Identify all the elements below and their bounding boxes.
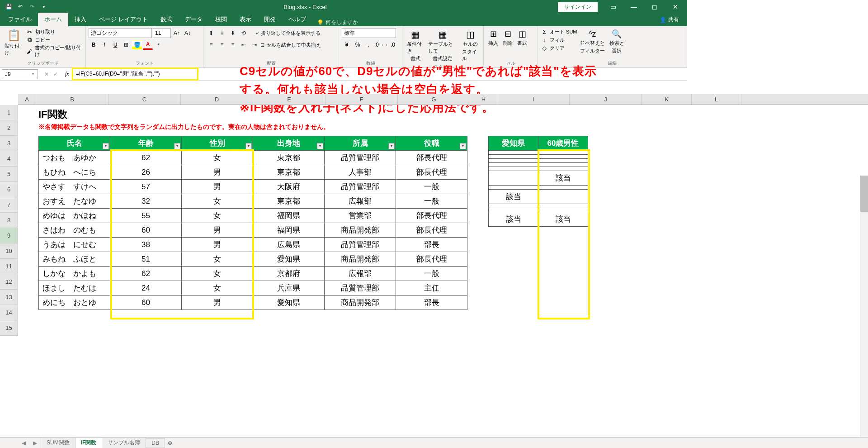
- tell-me-search[interactable]: 💡 何をしますか: [312, 19, 363, 26]
- cell-name[interactable]: めゆは かほね: [39, 209, 110, 223]
- cell-pref[interactable]: 愛知県: [253, 252, 325, 267]
- cell-age[interactable]: 57: [110, 180, 182, 194]
- cell-age[interactable]: 55: [110, 209, 182, 223]
- cell-name[interactable]: やさす すけへ: [39, 180, 110, 194]
- number-format-select[interactable]: [342, 28, 396, 38]
- row-header-4[interactable]: 4: [0, 151, 18, 167]
- cell-pos[interactable]: 主任: [396, 281, 467, 295]
- decrease-font-icon[interactable]: A↓: [183, 28, 193, 38]
- cell-age[interactable]: 60: [110, 295, 182, 310]
- row-header-8[interactable]: 8: [0, 213, 18, 228]
- cell-pos[interactable]: 部長: [396, 295, 467, 310]
- cell-sex[interactable]: 男: [182, 223, 253, 238]
- row-header-6[interactable]: 6: [0, 182, 18, 197]
- tab-view[interactable]: 表示: [233, 13, 258, 26]
- cell-sex[interactable]: 男: [182, 180, 253, 194]
- cell-pref[interactable]: 福岡県: [253, 209, 325, 223]
- cell-m60[interactable]: 該当: [538, 212, 588, 227]
- tab-data[interactable]: データ: [179, 13, 209, 26]
- cell-style-button[interactable]: ◫セルのスタイル: [460, 28, 481, 63]
- cell-pos[interactable]: 部長代理: [396, 252, 467, 267]
- col-header-I[interactable]: I: [497, 94, 570, 105]
- cell-pref[interactable]: 広島県: [253, 238, 325, 252]
- cell-pos[interactable]: 部長代理: [396, 151, 467, 165]
- ruby-button[interactable]: ᶻ: [154, 40, 164, 50]
- cell-sex[interactable]: 男: [182, 165, 253, 180]
- cell-name[interactable]: おすえ たなゆ: [39, 194, 110, 209]
- signin-button[interactable]: サインイン: [558, 2, 598, 12]
- row-header-10[interactable]: 10: [0, 243, 18, 259]
- cell-aichi[interactable]: [489, 204, 538, 208]
- cell-age[interactable]: 62: [110, 267, 182, 281]
- fill-color-button[interactable]: 🪣: [132, 40, 142, 50]
- row-header-15[interactable]: 15: [0, 320, 18, 336]
- cell-pos[interactable]: 部長代理: [396, 165, 467, 180]
- row-header-3[interactable]: 3: [0, 136, 18, 151]
- filter-icon[interactable]: ▼: [388, 143, 395, 149]
- cell-pos[interactable]: 部長代理: [396, 209, 467, 223]
- cell-pref[interactable]: 兵庫県: [253, 281, 325, 295]
- wrap-text-button[interactable]: ⤶折り返して全体を表示する: [255, 28, 321, 38]
- inc-decimal-icon[interactable]: .0→: [374, 40, 384, 50]
- filter-icon[interactable]: ▼: [317, 143, 323, 149]
- cell-age[interactable]: 26: [110, 165, 182, 180]
- indent-dec-icon[interactable]: ⇤: [239, 40, 249, 50]
- name-box[interactable]: J9▼: [2, 69, 38, 79]
- cell-dept[interactable]: 人事部: [325, 165, 396, 180]
- cell-dept[interactable]: 商品開発部: [325, 295, 396, 310]
- sheet-nav-next-icon[interactable]: ▶: [29, 440, 41, 446]
- tab-insert[interactable]: 挿入: [68, 13, 93, 26]
- cell-dept[interactable]: 品質管理部: [325, 180, 396, 194]
- currency-icon[interactable]: ¥: [342, 40, 352, 50]
- qat-dropdown-icon[interactable]: ▼: [39, 2, 49, 12]
- cell-m60[interactable]: [538, 190, 588, 204]
- redo-icon[interactable]: ↷: [27, 2, 37, 12]
- cell-aichi[interactable]: [489, 167, 538, 171]
- tab-formulas[interactable]: 数式: [154, 13, 179, 26]
- font-color-button[interactable]: A: [143, 40, 153, 50]
- filter-icon[interactable]: ▼: [460, 143, 466, 149]
- cell-aichi[interactable]: [489, 208, 538, 212]
- cell-name[interactable]: ほまし たむは: [39, 281, 110, 295]
- formula-input[interactable]: =IF(C9=60,IF(D9="男","該当",""),""): [72, 67, 198, 81]
- cell-m60[interactable]: [538, 151, 588, 155]
- cell-m60[interactable]: [538, 159, 588, 163]
- confirm-formula-icon[interactable]: ✓: [52, 71, 60, 77]
- cell-aichi[interactable]: [489, 159, 538, 163]
- delete-cells-button[interactable]: ⊟削除: [501, 28, 514, 48]
- cell-m60[interactable]: [538, 167, 588, 171]
- cell-sex[interactable]: 女: [182, 281, 253, 295]
- cell-pref[interactable]: 東京都: [253, 165, 325, 180]
- dec-decimal-icon[interactable]: ←.0: [385, 40, 395, 50]
- cell-sex[interactable]: 女: [182, 267, 253, 281]
- cell-aichi[interactable]: [489, 186, 538, 190]
- row-header-7[interactable]: 7: [0, 197, 18, 213]
- row-header-5[interactable]: 5: [0, 167, 18, 182]
- format-cells-button[interactable]: ◫書式: [515, 28, 529, 48]
- ribbon-display-icon[interactable]: ▭: [603, 0, 623, 14]
- paste-button[interactable]: 📋 貼り付け: [3, 28, 25, 57]
- cell-pref[interactable]: 京都府: [253, 267, 325, 281]
- tab-file[interactable]: ファイル: [2, 13, 38, 26]
- filter-icon[interactable]: ▼: [103, 143, 109, 149]
- fx-icon[interactable]: fx: [62, 71, 72, 77]
- cell-name[interactable]: しかな かよも: [39, 267, 110, 281]
- cell-dept[interactable]: 広報部: [325, 194, 396, 209]
- cell-m60[interactable]: [538, 208, 588, 212]
- cell-dept[interactable]: 品質管理部: [325, 281, 396, 295]
- cell-dept[interactable]: 広報部: [325, 267, 396, 281]
- col-header-B[interactable]: B: [36, 94, 108, 105]
- cell-pref[interactable]: 愛知県: [253, 295, 325, 310]
- cell-pref[interactable]: 福岡県: [253, 223, 325, 238]
- cell-name[interactable]: めにち おとゆ: [39, 295, 110, 310]
- cell-pos[interactable]: 部長: [396, 238, 467, 252]
- autosum-button[interactable]: Σオート SUM: [541, 28, 577, 35]
- cell-sex[interactable]: 女: [182, 151, 253, 165]
- border-button[interactable]: ⊞: [121, 40, 131, 50]
- percent-icon[interactable]: %: [353, 40, 363, 50]
- cell-aichi[interactable]: [489, 171, 538, 186]
- cell-dept[interactable]: 商品開発部: [325, 252, 396, 267]
- cell-aichi[interactable]: [489, 163, 538, 167]
- cell-sex[interactable]: 女: [182, 209, 253, 223]
- cell-name[interactable]: うあは にせむ: [39, 238, 110, 252]
